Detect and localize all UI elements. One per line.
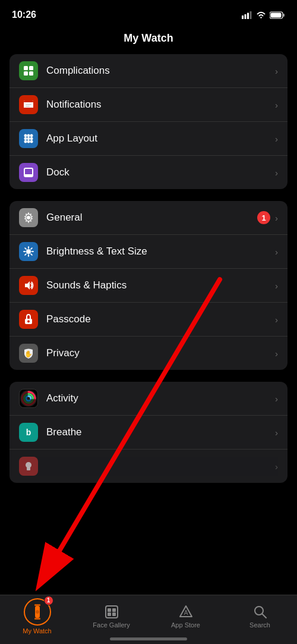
activity-icon [19, 389, 38, 408]
svg-rect-3 [250, 11, 252, 19]
dock-icon [19, 163, 38, 182]
app-store-icon: A [178, 604, 194, 620]
activity-item[interactable]: Activity › [10, 382, 287, 416]
notifications-label: Notifications [46, 99, 275, 111]
svg-rect-58 [112, 612, 116, 616]
status-icons [242, 11, 285, 19]
svg-rect-47 [27, 467, 30, 470]
page-title: My Watch [0, 26, 297, 54]
svg-point-39 [27, 321, 30, 323]
notifications-chevron: › [275, 100, 278, 110]
general-chevron: › [275, 213, 278, 223]
svg-rect-0 [242, 15, 244, 19]
breathe-icon: b [19, 423, 38, 442]
svg-rect-56 [112, 608, 116, 612]
svg-rect-6 [271, 12, 282, 17]
privacy-label: Privacy [46, 347, 275, 359]
svg-point-46 [26, 462, 31, 468]
tab-app-store-label: App Store [171, 621, 200, 629]
tab-search-label: Search [249, 621, 270, 629]
complications-label: Complications [46, 65, 275, 77]
privacy-item[interactable]: ✋ Privacy › [10, 337, 287, 370]
svg-point-19 [24, 137, 27, 140]
tab-bar: 1 My Watch Face Gallery A App Store Sear… [0, 595, 297, 644]
svg-line-61 [262, 614, 266, 618]
svg-rect-26 [24, 174, 33, 177]
tab-face-gallery-label: Face Gallery [93, 621, 129, 629]
passcode-label: Passcode [46, 313, 275, 325]
passcode-icon [19, 310, 38, 329]
svg-rect-14 [26, 104, 31, 105]
svg-point-28 [26, 249, 31, 254]
complications-item[interactable]: Complications › [10, 54, 287, 88]
brightness-icon [19, 242, 38, 261]
status-bar: 10:26 [0, 0, 297, 26]
svg-rect-54 [106, 606, 118, 618]
privacy-chevron: › [275, 348, 278, 359]
general-icon [19, 208, 38, 227]
partial-icon [19, 457, 38, 476]
search-tab-icon [252, 604, 268, 620]
home-indicator [110, 637, 187, 640]
tab-my-watch-label: My Watch [23, 627, 52, 634]
battery-icon [270, 11, 285, 19]
svg-point-17 [27, 134, 30, 137]
svg-marker-37 [25, 281, 30, 290]
svg-rect-5 [283, 14, 285, 17]
svg-point-24 [30, 140, 33, 143]
status-time: 10:26 [12, 10, 36, 20]
svg-line-35 [31, 248, 32, 249]
svg-rect-10 [29, 71, 33, 76]
app-layout-icon [19, 129, 38, 148]
passcode-item[interactable]: Passcode › [10, 303, 287, 337]
passcode-chevron: › [275, 315, 278, 325]
svg-point-16 [24, 134, 27, 137]
sounds-chevron: › [275, 281, 278, 291]
svg-text:b: b [26, 428, 31, 437]
app-layout-chevron: › [275, 134, 278, 144]
svg-line-33 [25, 248, 26, 249]
sounds-item[interactable]: Sounds & Haptics › [10, 269, 287, 303]
svg-point-27 [27, 216, 30, 219]
tab-search[interactable]: Search [223, 595, 297, 632]
svg-text:✋: ✋ [24, 350, 33, 358]
dock-label: Dock [46, 167, 275, 178]
svg-rect-57 [108, 612, 111, 616]
svg-point-53 [36, 610, 39, 614]
partial-item[interactable]: › [10, 450, 287, 483]
sounds-icon [19, 276, 38, 295]
dock-chevron: › [275, 168, 278, 178]
complications-icon [19, 61, 38, 80]
tab-my-watch[interactable]: 1 My Watch [0, 595, 74, 632]
svg-point-21 [30, 137, 33, 140]
breathe-item[interactable]: b Breathe › [10, 416, 287, 450]
activity-chevron: › [275, 394, 278, 404]
tab-face-gallery[interactable]: Face Gallery [74, 595, 148, 632]
breathe-chevron: › [275, 428, 278, 438]
my-watch-badge: 1 [44, 596, 53, 605]
privacy-icon: ✋ [19, 344, 38, 363]
signal-icon [242, 11, 252, 19]
app-layout-item[interactable]: App Layout › [10, 122, 287, 156]
svg-rect-1 [245, 14, 247, 19]
notifications-item[interactable]: Notifications › [10, 88, 287, 122]
general-item[interactable]: General 1 › [10, 201, 287, 235]
tab-my-watch-wrap: 1 [24, 598, 51, 626]
tab-app-store[interactable]: A App Store [148, 595, 223, 632]
sounds-label: Sounds & Haptics [46, 279, 275, 291]
notifications-icon [19, 95, 38, 114]
brightness-item[interactable]: Brightness & Text Size › [10, 235, 287, 269]
svg-rect-55 [108, 608, 111, 612]
dock-item[interactable]: Dock › [10, 156, 287, 189]
brightness-chevron: › [275, 247, 278, 257]
activity-label: Activity [46, 392, 275, 404]
svg-rect-15 [26, 106, 30, 107]
svg-rect-51 [34, 604, 40, 606]
partial-chevron: › [275, 461, 278, 472]
svg-rect-52 [34, 618, 40, 620]
svg-rect-7 [24, 66, 28, 70]
svg-text:A: A [184, 610, 188, 616]
breathe-label: Breathe [46, 426, 275, 438]
app-layout-label: App Layout [46, 133, 275, 144]
general-label: General [46, 212, 257, 224]
